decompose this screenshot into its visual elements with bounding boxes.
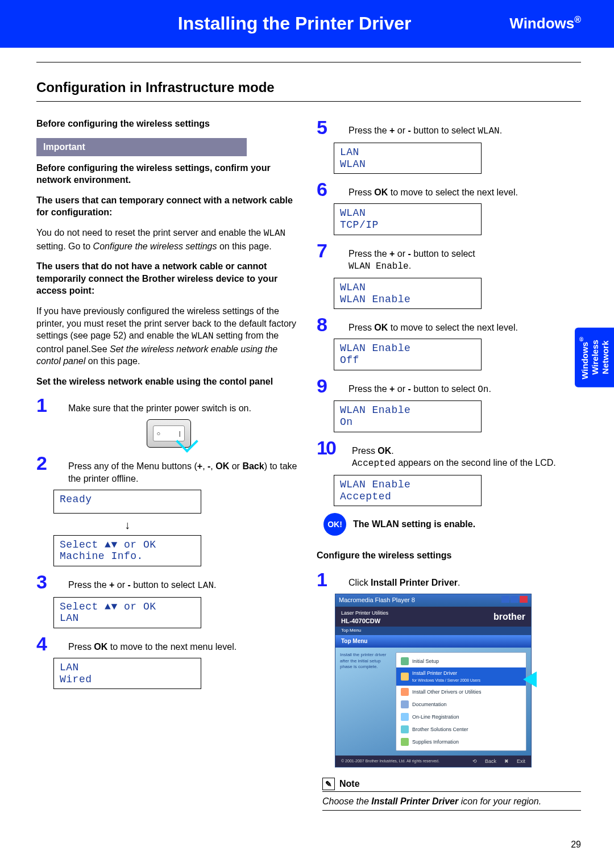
installer-menu-bar: Top Menu [335, 635, 531, 648]
note-icon: ✎ [322, 778, 335, 790]
step-3-text: Press the + or - button to select LAN. [68, 572, 301, 592]
config-step-1: 1 Click Install Printer Driver. [317, 570, 581, 589]
lcd-ready: Ready [53, 490, 201, 514]
paragraph-1: You do not need to reset the print serve… [36, 227, 301, 252]
lcd-10: WLAN Enable Accepted [334, 475, 482, 506]
support-icon [401, 725, 409, 733]
installer-side-text: Install the printer driver after the ini… [340, 652, 391, 751]
header: Installing the Printer Driver Windows® [0, 0, 614, 48]
lcd-5: LAN WLAN [334, 143, 482, 174]
step-2-text: Press any of the Menu buttons (+, -, OK … [68, 453, 301, 485]
installer-exit-button[interactable]: Exit [517, 758, 525, 765]
step-number: 10 [317, 438, 344, 457]
step-5-text: Press the + or - button to select WLAN. [349, 118, 581, 138]
step-2: 2 Press any of the Menu buttons (+, -, O… [36, 453, 301, 485]
registered-icon: ® [574, 15, 581, 25]
step-number: 6 [317, 180, 341, 199]
installer-model-row: Laser Printer Utilities HL-4070CDW broth… [335, 607, 531, 627]
step-7-text: Press the + or - button to select WLAN E… [349, 241, 581, 273]
note-footer-rule [322, 810, 581, 811]
header-os: Windows® [509, 14, 581, 34]
pointer-arrow-icon [523, 671, 537, 687]
step-4-text: Press OK to move to the next menu level. [68, 634, 301, 653]
os-name: Windows [509, 15, 574, 32]
ok-text: The WLAN setting is enable. [353, 518, 475, 531]
note-body: Choose the Install Printer Driver icon f… [322, 795, 581, 808]
drivers-icon [401, 688, 409, 696]
step-4: 4 Press OK to move to the next menu leve… [36, 634, 301, 653]
lcd-7: WLAN WLAN Enable [334, 278, 482, 309]
installer-menu-item[interactable]: On-Line Registration [396, 711, 526, 723]
installer-menu-item[interactable]: Documentation [396, 698, 526, 711]
power-switch-illustration: ○| [147, 419, 191, 448]
step-5: 5 Press the + or - button to select WLAN… [317, 118, 581, 138]
important-p1: Before configuring the wireless settings… [36, 162, 301, 186]
step-8: 8 Press OK to move to select the next le… [317, 315, 581, 334]
installer-menu-item[interactable]: Supplies Information [396, 736, 526, 748]
step-10: 10 Press OK. Accepted appears on the sec… [317, 438, 581, 470]
lcd-8: WLAN Enable Off [334, 339, 482, 370]
lcd-select-2: Select ▲▼ or OK LAN [53, 597, 201, 628]
installer-tab-row: Top Menu [335, 627, 531, 635]
set-wireless-head: Set the wireless network enable using th… [36, 375, 301, 388]
ok-badge-icon: OK! [323, 513, 346, 536]
globe-icon [401, 713, 409, 721]
step-9: 9 Press the + or - button to select On. [317, 376, 581, 397]
side-tab: Windows® Wireless Network [575, 328, 614, 387]
installer-back-button[interactable]: Back [485, 758, 496, 765]
lcd-9: WLAN Enable On [334, 400, 482, 432]
step-number: 5 [317, 118, 341, 137]
note-heading: ✎ Note [322, 778, 581, 792]
installer-title: Macromedia Flash Player 8 [339, 596, 415, 604]
note-label: Note [339, 778, 360, 790]
step-6-text: Press OK to move to select the next leve… [349, 180, 581, 199]
step-8-text: Press OK to move to select the next leve… [349, 315, 581, 334]
installer-menu-item-selected[interactable]: Install Printer Driverfor Windows Vista … [396, 667, 526, 686]
gear-icon [401, 657, 409, 665]
step-number: 8 [317, 315, 341, 334]
window-buttons-icon [500, 596, 528, 605]
arrow-down-icon: ↓ [53, 519, 201, 531]
step-number: 3 [36, 572, 60, 591]
important-bar: Important [36, 138, 247, 156]
installer-titlebar: Macromedia Flash Player 8 [335, 594, 531, 607]
step-3: 3 Press the + or - button to select LAN. [36, 572, 301, 592]
installer-model: HL-4070CDW [341, 617, 380, 624]
section-rule-2 [36, 101, 581, 102]
lcd-select-1: Select ▲▼ or OK Machine Info. [53, 535, 201, 566]
ok-row: OK! The WLAN setting is enable. [323, 513, 581, 536]
install-icon [401, 673, 409, 681]
step-7: 7 Press the + or - button to select WLAN… [317, 241, 581, 273]
step-number: 1 [36, 395, 60, 415]
paragraph-2: If you have previously configured the wi… [36, 305, 301, 368]
installer-brand: brother [493, 611, 525, 623]
header-title: Installing the Printer Driver [0, 11, 509, 36]
step-1: 1 Make sure that the printer power switc… [36, 395, 301, 415]
lcd-lan-wired: LAN Wired [53, 658, 201, 689]
installer-copyright: © 2001-2007 Brother Industries, Ltd. All… [341, 758, 464, 763]
pre-config-head: Before configuring the wireless settings [36, 118, 301, 130]
lcd-6: WLAN TCP/IP [334, 203, 482, 235]
installer-product-line: Laser Printer Utilities [341, 610, 388, 616]
back-arrow-icon[interactable]: ⟲ [472, 758, 477, 765]
section-rule [36, 62, 581, 62]
installer-menu-item[interactable]: Initial Setup [396, 655, 526, 667]
important-p2: The users that can temporary connect wit… [36, 194, 301, 219]
configure-head: Configure the wireless settings [317, 549, 581, 562]
installer-menu-item[interactable]: Brother Solutions Center [396, 723, 526, 736]
step-number: 7 [317, 241, 341, 260]
config-step-1-text: Click Install Printer Driver. [349, 570, 581, 589]
step-1-text: Make sure that the printer power switch … [68, 395, 301, 415]
supplies-icon [401, 738, 409, 746]
step-number: 2 [36, 453, 60, 473]
exit-icon[interactable]: ✖ [504, 758, 509, 765]
installer-menu-item[interactable]: Install Other Drivers or Utilities [396, 686, 526, 698]
section-title: Configuration in Infrastructure mode [36, 78, 581, 97]
step-9-text: Press the + or - button to select On. [349, 376, 581, 397]
installer-menu-list: Initial Setup Install Printer Driverfor … [396, 652, 526, 751]
important-p3: The users that do not have a network cab… [36, 260, 301, 297]
doc-icon [401, 700, 409, 708]
step-10-text: Press OK. Accepted appears on the second… [352, 438, 581, 470]
step-number: 4 [36, 634, 60, 653]
step-number: 9 [317, 376, 341, 395]
